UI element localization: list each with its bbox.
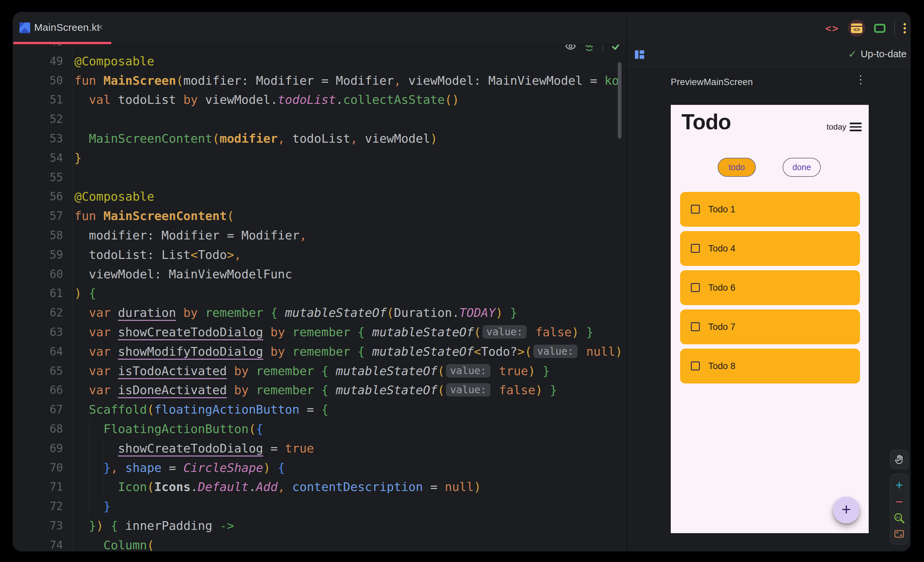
line-number[interactable]: 53 [13, 129, 84, 148]
line-number[interactable]: 56 [13, 187, 84, 206]
code-line[interactable]: 68 FloatingActionButton({ [13, 419, 627, 439]
editor-scrollbar-thumb[interactable] [618, 62, 621, 139]
chip-label: done [792, 162, 811, 172]
screen: 4849@Composable50fun MainScreen(modifier… [0, 0, 924, 562]
code-text: Scaffold(floatingActionButton = { [74, 400, 328, 419]
filter-chip-todo[interactable]: todo [718, 158, 756, 177]
line-number[interactable]: 65 [13, 361, 84, 381]
code-editor[interactable]: 4849@Composable50fun MainScreen(modifier… [13, 12, 627, 551]
line-number[interactable]: 63 [13, 322, 84, 342]
pan-hand-button[interactable] [890, 450, 909, 469]
line-number[interactable]: 71 [13, 477, 84, 497]
line-number[interactable]: 61 [13, 284, 84, 303]
filter-chip-done[interactable]: done [783, 158, 821, 177]
code-line[interactable]: 67 Scaffold(floatingActionButton = { [13, 400, 627, 419]
app-title: Todo [681, 109, 731, 134]
todo-item[interactable]: Todo 4 [680, 231, 860, 266]
ide-window: 4849@Composable50fun MainScreen(modifier… [13, 12, 910, 551]
zoom-actual-icon[interactable]: 1:1 [893, 512, 905, 524]
code-line[interactable]: 64 var showModifyTodoDialog by remember … [13, 342, 627, 361]
split-view-icon[interactable]: <> [848, 19, 866, 37]
add-todo-fab[interactable]: + [833, 497, 860, 523]
todo-checkbox[interactable] [691, 283, 700, 292]
code-text: fun MainScreenContent( [74, 206, 234, 226]
code-line[interactable]: 71 Icon(Icons.Default.Add, contentDescri… [13, 477, 627, 497]
code-line[interactable]: 63 var showCreateTodoDialog by remember … [13, 322, 627, 342]
preview-status: ✓ Up-to-date [848, 48, 907, 60]
line-number[interactable]: 72 [13, 497, 84, 516]
status-label: Up-to-date [861, 49, 907, 60]
todo-checkbox[interactable] [691, 244, 700, 253]
line-number[interactable]: 67 [13, 400, 84, 419]
pan-hand-icon [894, 454, 904, 465]
code-line[interactable]: 57fun MainScreenContent( [13, 206, 627, 226]
line-number[interactable]: 68 [13, 419, 84, 439]
todo-item[interactable]: Todo 7 [680, 309, 860, 344]
code-line[interactable]: 59 todoList: List<Todo>, [13, 245, 627, 265]
code-line[interactable]: 62 var duration by remember { mutableSta… [13, 303, 627, 322]
todo-checkbox[interactable] [691, 205, 700, 214]
layout-grid-icon[interactable] [634, 49, 645, 60]
code-line[interactable]: 49@Composable [13, 52, 627, 71]
line-number[interactable]: 74 [13, 535, 84, 551]
compose-preview-panel: ✓ Up-to-date PreviewMainScreen ⋮ Todo to… [627, 12, 910, 551]
code-line[interactable]: 51 val todoList by viewModel.todoList.co… [13, 90, 627, 109]
preview-device-frame: Todo today tododone Todo 1Todo 4Todo 6To… [671, 105, 869, 533]
line-number[interactable]: 57 [13, 206, 84, 226]
line-number[interactable]: 55 [13, 168, 84, 187]
zoom-out-icon[interactable]: − [896, 495, 903, 508]
line-number[interactable]: 59 [13, 245, 84, 265]
line-number[interactable]: 50 [13, 71, 84, 90]
line-number[interactable]: 51 [13, 90, 84, 109]
todo-item[interactable]: Todo 1 [680, 192, 860, 227]
line-number[interactable]: 64 [13, 342, 84, 361]
code-line[interactable]: 70 }, shape = CircleShape) { [13, 458, 627, 478]
code-view-icon[interactable]: <> [825, 22, 839, 34]
code-line[interactable]: 55 [13, 168, 627, 187]
todo-item[interactable]: Todo 6 [680, 270, 860, 305]
app-menu[interactable]: today [826, 122, 862, 132]
todo-item[interactable]: Todo 8 [680, 349, 860, 384]
line-number[interactable]: 54 [13, 148, 84, 168]
tab-bar: MainScreen.kt × <> <> [13, 12, 910, 45]
line-number[interactable]: 58 [13, 226, 84, 245]
code-line[interactable]: 50fun MainScreen(modifier: Modifier = Mo… [13, 71, 627, 90]
todo-checkbox[interactable] [691, 322, 700, 331]
code-text: Icon(Icons.Default.Add, contentDescripti… [74, 477, 481, 497]
zoom-in-icon[interactable]: + [896, 479, 903, 492]
code-line[interactable]: 74 Column( [13, 535, 627, 551]
line-number[interactable]: 62 [13, 303, 84, 322]
zoom-to-fit-icon[interactable] [894, 528, 905, 540]
line-number[interactable]: 73 [13, 516, 84, 535]
code-line[interactable]: 52 [13, 109, 627, 129]
code-line[interactable]: 56@Composable [13, 187, 627, 206]
code-text: @Composable [74, 187, 154, 206]
line-number[interactable]: 60 [13, 265, 84, 284]
code-line[interactable]: 54} [13, 148, 627, 168]
code-line[interactable]: 53 MainScreenContent(modifier, todoList,… [13, 129, 627, 148]
design-view-icon[interactable] [874, 24, 885, 33]
line-number[interactable]: 66 [13, 381, 84, 400]
more-menu-icon[interactable] [904, 23, 906, 33]
line-number[interactable]: 69 [13, 439, 84, 458]
line-number[interactable]: 52 [13, 109, 84, 129]
code-line[interactable]: 60 viewModel: MainViewModelFunc [13, 265, 627, 284]
code-text: @Composable [74, 52, 154, 71]
editor-preview-splitter[interactable] [627, 12, 627, 551]
code-line[interactable]: 69 showCreateTodoDialog = true [13, 439, 627, 458]
code-line[interactable]: 61) { [13, 284, 627, 303]
code-line[interactable]: 72 } [13, 497, 627, 516]
code-line[interactable]: 73 }) { innerPadding -> [13, 516, 627, 535]
code-line[interactable]: 66 var isDoneActivated by remember { mut… [13, 381, 627, 400]
hamburger-icon[interactable] [850, 123, 862, 131]
line-number[interactable]: 70 [13, 458, 84, 478]
todo-checkbox[interactable] [691, 361, 700, 370]
code-line[interactable]: 65 var isTodoActivated by remember { mut… [13, 361, 627, 381]
code-text: val todoList by viewModel.todoList.colle… [74, 90, 459, 109]
svg-text:1:1: 1:1 [896, 516, 900, 519]
preview-more-menu-icon[interactable]: ⋮ [855, 74, 866, 85]
tab-mainscreen-kt[interactable]: MainScreen.kt × [14, 12, 111, 44]
tab-close-icon[interactable]: × [97, 21, 103, 33]
code-line[interactable]: 58 modifier: Modifier = Modifier, [13, 226, 627, 245]
line-number[interactable]: 49 [13, 52, 84, 71]
